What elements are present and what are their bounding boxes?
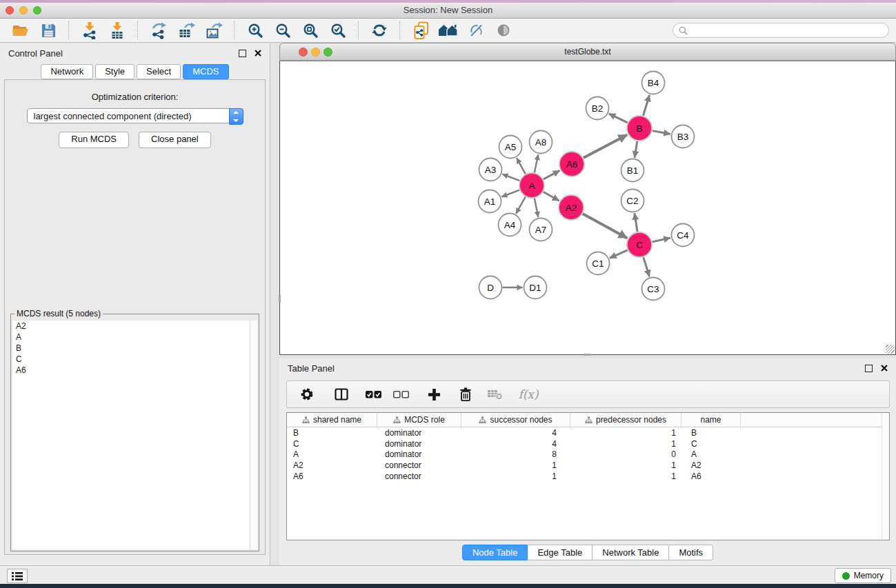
tab-style[interactable]: Style xyxy=(95,64,135,79)
graph-node-A5[interactable]: A5 xyxy=(499,136,522,159)
column-header-successor-nodes[interactable]: successor nodes xyxy=(461,413,570,427)
graph-node-C2[interactable]: C2 xyxy=(621,190,644,212)
zoom-out-button[interactable] xyxy=(269,19,297,41)
graph-node-B4[interactable]: B4 xyxy=(642,72,665,94)
tab-mcds[interactable]: MCDS xyxy=(183,64,228,79)
export-table-button[interactable] xyxy=(172,19,200,41)
mcds-result-scrollbar[interactable] xyxy=(250,321,257,549)
graph-node-B2[interactable]: B2 xyxy=(586,97,609,120)
graph-node-A2[interactable]: A2 xyxy=(559,195,584,220)
graph-node-A7[interactable]: A7 xyxy=(530,219,552,241)
graph-edge-B-B2[interactable] xyxy=(609,114,628,123)
zoom-selected-button[interactable] xyxy=(324,19,352,41)
close-panel-icon[interactable] xyxy=(255,50,261,57)
table-row[interactable]: A2connector11A2 xyxy=(287,460,889,471)
show-columns-button[interactable] xyxy=(330,383,353,405)
table-row[interactable]: Bdominator41B xyxy=(287,427,889,438)
tab-select[interactable]: Select xyxy=(137,64,181,79)
graph-node-A[interactable]: A xyxy=(519,173,544,198)
tab-network-table[interactable]: Network Table xyxy=(593,545,669,560)
close-table-panel-icon[interactable] xyxy=(881,365,888,372)
graph-node-B3[interactable]: B3 xyxy=(672,125,695,148)
graph-node-C3[interactable]: C3 xyxy=(642,278,665,301)
graph-edge-A-A1[interactable] xyxy=(501,190,519,197)
view-mode-button[interactable] xyxy=(490,19,517,41)
network-close-button[interactable] xyxy=(299,48,308,57)
tab-edge-table[interactable]: Edge Table xyxy=(528,545,593,560)
mcds-result-item[interactable]: C xyxy=(12,354,250,365)
delete-column-button[interactable] xyxy=(455,383,476,405)
graph-edge-B-B4[interactable] xyxy=(644,95,650,116)
export-network-button[interactable] xyxy=(145,19,172,41)
graph-node-A6[interactable]: A6 xyxy=(559,152,584,176)
graph-edge-B-B3[interactable] xyxy=(653,131,670,134)
network-minimize-button[interactable] xyxy=(311,48,320,57)
zoom-window-button[interactable] xyxy=(33,6,41,14)
mcds-result-item[interactable]: A2 xyxy=(12,321,250,332)
float-panel-icon[interactable] xyxy=(239,50,246,57)
search-box[interactable] xyxy=(673,23,889,38)
home-button[interactable] xyxy=(435,19,462,41)
import-table-button[interactable] xyxy=(103,19,131,41)
import-network-button[interactable] xyxy=(76,19,103,41)
graph-edge-C-C4[interactable] xyxy=(653,238,670,242)
graph-node-B1[interactable]: B1 xyxy=(621,159,644,182)
table-row[interactable]: Cdominator41C xyxy=(287,438,889,449)
graph-edge-C-C3[interactable] xyxy=(644,257,650,276)
column-header-predecessor-nodes[interactable]: predecessor nodes xyxy=(570,413,681,427)
open-session-button[interactable] xyxy=(7,19,34,41)
graph-edge-A-A8[interactable] xyxy=(535,154,539,172)
graph-edge-A-A3[interactable] xyxy=(502,174,519,181)
graph-edge-A-A2[interactable] xyxy=(544,192,559,201)
graph-edge-A-A5[interactable] xyxy=(517,158,526,174)
graph-edge-C-C2[interactable] xyxy=(635,213,637,232)
window-edge-handle[interactable] xyxy=(584,354,591,356)
network-window-titlebar[interactable]: testGlobe.txt xyxy=(279,43,896,61)
resize-grip-icon[interactable] xyxy=(886,345,895,354)
network-zoom-button[interactable] xyxy=(323,48,332,57)
close-panel-button[interactable]: Close panel xyxy=(139,132,211,148)
zoom-fit-button[interactable] xyxy=(297,19,324,41)
export-image-button[interactable] xyxy=(200,19,228,41)
close-window-button[interactable] xyxy=(6,6,14,14)
mcds-result-list[interactable]: A2ABCA6 xyxy=(12,321,250,549)
refresh-button[interactable] xyxy=(366,19,393,41)
column-header-mcds-role[interactable]: MCDS role xyxy=(377,413,461,427)
select-all-button[interactable] xyxy=(363,383,384,405)
graph-node-D1[interactable]: D1 xyxy=(524,276,547,299)
criterion-select[interactable]: largest connected component (directed) xyxy=(27,108,243,123)
table-row[interactable]: Adominator80A xyxy=(287,449,889,460)
table-settings-button[interactable] xyxy=(295,383,319,405)
tab-node-table[interactable]: Node Table xyxy=(462,545,528,560)
graph-edge-A-A7[interactable] xyxy=(535,199,539,217)
graph-edge-C-C1[interactable] xyxy=(610,250,628,258)
graph-edge-A-A4[interactable] xyxy=(516,197,526,214)
delete-table-button[interactable] xyxy=(484,383,506,405)
hide-panels-button[interactable] xyxy=(462,19,490,41)
graph-node-C1[interactable]: C1 xyxy=(587,252,610,275)
task-history-button[interactable] xyxy=(7,569,28,583)
deselect-all-button[interactable] xyxy=(390,383,411,405)
graph-node-A1[interactable]: A1 xyxy=(479,190,501,213)
graph-edge-A-A6[interactable] xyxy=(544,170,560,179)
zoom-in-button[interactable] xyxy=(241,19,269,41)
graph-node-A4[interactable]: A4 xyxy=(499,214,521,236)
function-builder-button[interactable]: f(x) xyxy=(515,383,542,405)
graph-node-A3[interactable]: A3 xyxy=(479,159,502,181)
search-input[interactable] xyxy=(688,25,883,36)
network-view-canvas[interactable]: B4B2BB3A8A5A6A3B1AC2A1A2A4A7C4CC1C3DD1 xyxy=(279,61,896,355)
select-stepper-icon[interactable] xyxy=(229,108,243,125)
minimize-window-button[interactable] xyxy=(19,6,28,14)
column-header-name[interactable]: name xyxy=(681,413,741,427)
graph-edge-B-B1[interactable] xyxy=(635,141,637,158)
float-table-panel-icon[interactable] xyxy=(865,365,873,372)
graph-node-C4[interactable]: C4 xyxy=(672,224,695,247)
mcds-result-item[interactable]: B xyxy=(12,343,250,354)
memory-button[interactable]: Memory xyxy=(835,568,891,583)
window-edge-handle[interactable] xyxy=(279,295,281,303)
save-session-button[interactable] xyxy=(34,19,62,41)
table-scrollbar[interactable] xyxy=(882,413,889,540)
column-header-shared-name[interactable]: shared name xyxy=(287,413,377,427)
graph-edge-A6-B[interactable] xyxy=(584,134,628,158)
tab-motifs[interactable]: Motifs xyxy=(669,545,713,560)
